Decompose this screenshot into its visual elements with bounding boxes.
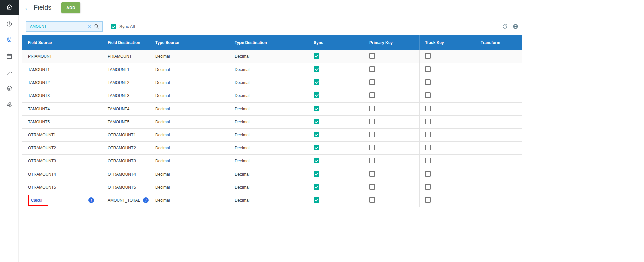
- cell-sync: [308, 115, 364, 128]
- track-key-checkbox[interactable]: [425, 132, 431, 137]
- cell-track-key: [420, 194, 475, 207]
- sync-checkbox[interactable]: [314, 53, 319, 59]
- cell-transform: [475, 194, 522, 207]
- cell-type-source: Decimal: [150, 181, 229, 194]
- sync-all-checkbox[interactable]: [111, 24, 116, 29]
- cell-sync: [308, 154, 364, 168]
- primary-key-checkbox[interactable]: [369, 53, 375, 59]
- primary-key-checkbox[interactable]: [369, 92, 375, 98]
- table-row: OTRAMOUNT3OTRAMOUNT3DecimalDecimal: [22, 154, 522, 168]
- cell-transform: [475, 102, 522, 115]
- cell-track-key: [420, 76, 475, 89]
- track-key-checkbox[interactable]: [425, 92, 431, 98]
- field-destination-text: TAMOUNT4: [108, 107, 129, 111]
- search-input[interactable]: [30, 24, 85, 28]
- track-key-checkbox[interactable]: [425, 145, 431, 150]
- tune-icon: [6, 101, 13, 109]
- cell-track-key: [420, 128, 475, 141]
- primary-key-checkbox[interactable]: [369, 184, 375, 190]
- cell-field-destination: TAMOUNT2: [102, 76, 150, 89]
- cell-transform: [475, 168, 522, 181]
- table-row: TAMOUNT3TAMOUNT3DecimalDecimal: [22, 89, 522, 102]
- cell-field-destination: TAMOUNT4: [102, 102, 150, 115]
- cell-sync: [308, 194, 364, 207]
- track-key-checkbox[interactable]: [425, 79, 431, 85]
- track-key-checkbox[interactable]: [425, 197, 431, 203]
- back-arrow[interactable]: ←: [24, 4, 31, 11]
- track-key-checkbox[interactable]: [425, 171, 431, 177]
- primary-key-checkbox[interactable]: [369, 106, 375, 111]
- sync-all-control[interactable]: Sync All: [111, 24, 135, 29]
- primary-key-checkbox[interactable]: [369, 66, 375, 72]
- track-key-checkbox[interactable]: [425, 53, 431, 59]
- home-button[interactable]: [0, 0, 19, 15]
- info-icon[interactable]: i: [88, 197, 94, 203]
- type-destination-text: Decimal: [235, 198, 249, 203]
- refresh-icon[interactable]: [502, 23, 508, 30]
- sync-checkbox[interactable]: [314, 106, 319, 111]
- sync-checkbox[interactable]: [314, 184, 319, 190]
- globe-icon[interactable]: [512, 23, 519, 30]
- field-destination-text: TAMOUNT5: [108, 120, 129, 124]
- track-key-checkbox[interactable]: [425, 66, 431, 72]
- cell-primary-key: [364, 141, 420, 154]
- sync-checkbox[interactable]: [314, 171, 319, 177]
- sync-checkbox[interactable]: [314, 92, 319, 98]
- cell-transform: [475, 154, 522, 168]
- sync-checkbox[interactable]: [314, 132, 319, 137]
- column-header-track-key: Track Key: [420, 35, 475, 50]
- cell-type-destination: Decimal: [229, 102, 308, 115]
- sidebar-item-analytics[interactable]: [0, 17, 19, 33]
- primary-key-checkbox[interactable]: [369, 145, 375, 150]
- cell-sync: [308, 89, 364, 102]
- sidebar-item-schedule[interactable]: [0, 49, 19, 65]
- cell-primary-key: [364, 89, 420, 102]
- primary-key-checkbox[interactable]: [369, 79, 375, 85]
- primary-key-checkbox[interactable]: [369, 119, 375, 124]
- cell-type-destination: Decimal: [229, 154, 308, 168]
- info-icon[interactable]: i: [143, 197, 149, 203]
- cell-track-key: [420, 102, 475, 115]
- primary-key-checkbox[interactable]: [369, 197, 375, 203]
- cell-type-source: Decimal: [150, 154, 229, 168]
- track-key-checkbox[interactable]: [425, 119, 431, 124]
- sidebar-item-layers[interactable]: [0, 81, 19, 97]
- sidebar-item-settings[interactable]: [0, 97, 19, 113]
- sync-checkbox[interactable]: [314, 145, 319, 150]
- cell-type-source: Decimal: [150, 63, 229, 76]
- track-key-checkbox[interactable]: [425, 106, 431, 111]
- field-destination-text: TAMOUNT1: [108, 67, 129, 72]
- cell-type-destination: Decimal: [229, 76, 308, 89]
- field-source-link[interactable]: Calcul: [31, 198, 42, 203]
- track-key-checkbox[interactable]: [425, 184, 431, 190]
- cell-field-source: OTRAMOUNT3: [22, 154, 102, 168]
- column-header-primary-key: Primary Key: [364, 35, 420, 50]
- sync-checkbox[interactable]: [314, 119, 319, 124]
- cell-transform: [475, 63, 522, 76]
- cell-sync: [308, 63, 364, 76]
- field-destination-text: TAMOUNT2: [108, 80, 129, 85]
- track-key-checkbox[interactable]: [425, 158, 431, 163]
- type-source-text: Decimal: [155, 198, 170, 203]
- cell-field-source: TAMOUNT2: [22, 76, 102, 89]
- sync-checkbox[interactable]: [314, 66, 319, 72]
- clear-search-icon[interactable]: [87, 24, 92, 29]
- sidebar-item-transform[interactable]: [0, 65, 19, 81]
- search-icon[interactable]: [94, 23, 100, 29]
- type-destination-text: Decimal: [235, 120, 249, 124]
- primary-key-checkbox[interactable]: [369, 171, 375, 177]
- cell-track-key: [420, 50, 475, 63]
- field-destination-text: OTRAMOUNT5: [108, 185, 136, 190]
- add-button[interactable]: ADD: [61, 2, 80, 13]
- type-destination-text: Decimal: [235, 146, 249, 150]
- type-source-text: Decimal: [155, 185, 170, 190]
- sidebar-item-connections[interactable]: [0, 33, 19, 49]
- sync-checkbox[interactable]: [314, 79, 319, 85]
- cell-primary-key: [364, 115, 420, 128]
- sync-checkbox[interactable]: [314, 158, 319, 163]
- sync-checkbox[interactable]: [314, 197, 319, 203]
- cell-type-source: Decimal: [150, 89, 229, 102]
- type-destination-text: Decimal: [235, 54, 249, 59]
- primary-key-checkbox[interactable]: [369, 158, 375, 163]
- primary-key-checkbox[interactable]: [369, 132, 375, 137]
